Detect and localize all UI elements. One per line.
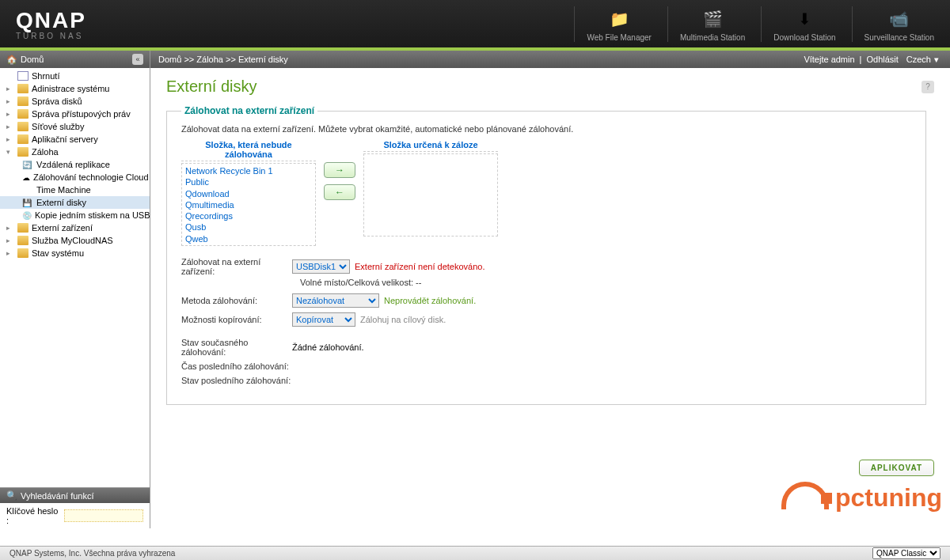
theme-select[interactable]: QNAP Classic [872, 547, 940, 559]
expand-arrow-icon: ▾ [6, 148, 14, 156]
expand-arrow-icon: ▸ [6, 97, 14, 105]
header-shortcut[interactable]: ⬇Download Station [761, 6, 835, 42]
method-label: Metoda zálohování: [181, 296, 292, 305]
item-icon: ☁ [22, 173, 30, 182]
list-item[interactable]: Public [185, 176, 312, 187]
header-shortcut[interactable]: 📁Web File Manager [574, 6, 652, 42]
folder-icon [17, 236, 28, 245]
target-list[interactable] [363, 153, 498, 236]
shortcut-label: Download Station [773, 33, 835, 42]
brand-subtitle: TURBO NAS [16, 32, 86, 40]
item-icon: 💿 [22, 211, 32, 220]
collapse-sidebar-button[interactable]: « [132, 54, 143, 65]
chevron-down-icon: ▾ [934, 55, 939, 65]
expand-arrow-icon: ▸ [6, 85, 14, 93]
page-title: Externí disky [166, 78, 256, 96]
tree-item[interactable]: ▸Správa disků [0, 95, 150, 108]
tree-item[interactable]: ▸Aplikační servery [0, 133, 150, 146]
logout-link[interactable]: Odhlásit [866, 55, 898, 64]
tree-item[interactable]: ▸Služba MyCloudNAS [0, 234, 150, 247]
tree-label: Time Machine [36, 185, 91, 195]
list-item[interactable]: Qmultimedia [185, 199, 312, 210]
tree-subitem[interactable]: 💿Kopie jedním stiskem na USB [0, 209, 150, 221]
apply-button[interactable]: APLIKOVAT [859, 460, 934, 476]
list-item[interactable]: Qdownload [185, 188, 312, 199]
folder-icon [17, 96, 28, 106]
last-state-label: Stav posledního zálohování: [181, 376, 300, 385]
expand-arrow-icon: ▸ [6, 135, 14, 143]
tree-item[interactable]: ▸Stav systému [0, 247, 150, 259]
tree-label: Shrnutí [32, 71, 59, 81]
dest-select[interactable]: USBDisk1 [292, 259, 350, 274]
source-listbox: Složka, která nebude zálohována Network … [181, 140, 316, 246]
dest-subinfo: Volné místo/Celková velikost: -- [300, 278, 911, 287]
tree-item[interactable]: ▸Externí zařízení [0, 221, 150, 234]
folder-icon [17, 147, 28, 157]
folder-icon [17, 223, 28, 233]
list-item[interactable]: Qusb [185, 221, 312, 233]
method-note: Neprovádět zálohování. [384, 296, 476, 305]
list-item[interactable]: Qweb [185, 233, 312, 244]
expand-arrow-icon: ▸ [6, 224, 14, 232]
copy-label: Možnosti kopírování: [181, 315, 292, 324]
tree-label: Správa disků [32, 96, 82, 106]
tree-subitem[interactable]: 🔄Vzdálená replikace [0, 158, 150, 171]
sidebar: 🏠 Domů « Shrnutí▸Adinistrace systému▸Spr… [0, 51, 150, 528]
tree-item[interactable]: Shrnutí [0, 70, 150, 82]
document-icon [17, 71, 28, 81]
content-topbar: Domů >> Záloha >> Externí disky Vítejte … [150, 51, 950, 68]
tree-label: Stav systému [32, 248, 84, 258]
home-label: Domů [21, 55, 44, 64]
language-selector[interactable]: Czech ▾ [903, 55, 942, 65]
arrow-left-icon: ← [335, 187, 344, 198]
folder-icon [17, 84, 28, 93]
tree-item[interactable]: ▸Správa přístupových práv [0, 108, 150, 120]
expand-arrow-icon: ▸ [6, 236, 14, 244]
tree-subitem[interactable]: Time Machine [0, 184, 150, 196]
footer: QNAP Systems, Inc. Všechna práva vyhraze… [0, 546, 950, 560]
expand-arrow-icon: ▸ [6, 123, 14, 131]
nav-tree: Shrnutí▸Adinistrace systému▸Správa disků… [0, 68, 150, 487]
tree-label: Záloha [32, 147, 59, 157]
brand-name: QNAP [16, 8, 86, 33]
tree-label: Adinistrace systému [32, 84, 109, 93]
move-right-button[interactable]: → [324, 162, 355, 178]
folder-icon [17, 122, 28, 131]
expand-arrow-icon: ▸ [6, 110, 14, 118]
move-left-button[interactable]: ← [324, 184, 355, 200]
page-title-row: Externí disky ? [166, 78, 934, 96]
item-icon: 🔄 [22, 161, 33, 169]
sidebar-topbar: 🏠 Domů « [0, 51, 150, 68]
tree-label: Aplikační servery [32, 134, 98, 144]
header-shortcut[interactable]: 🎬Multimedia Station [667, 6, 745, 42]
tree-subitem[interactable]: 💾Externí disky [0, 196, 150, 209]
item-icon: 💾 [22, 199, 33, 207]
status-value: Žádné zálohování. [292, 342, 364, 352]
source-list[interactable]: Network Recycle Bin 1PublicQdownloadQmul… [181, 163, 316, 246]
main-layout: 🏠 Domů « Shrnutí▸Adinistrace systému▸Spr… [0, 51, 950, 528]
language-label: Czech [906, 55, 931, 64]
breadcrumb[interactable]: Domů >> Záloha >> Externí disky [158, 55, 288, 64]
tree-item[interactable]: ▸Adinistrace systému [0, 82, 150, 95]
target-listbox: Složka určená k záloze [363, 140, 498, 236]
method-select[interactable]: Nezálohovat [292, 293, 379, 308]
tree-item[interactable]: ▾Záloha [0, 146, 150, 158]
folder-transfer: Složka, která nebude zálohována Network … [181, 140, 911, 246]
brand-logo: QNAP TURBO NAS [16, 8, 86, 40]
list-item[interactable]: Qrecordings [185, 210, 312, 221]
help-icon[interactable]: ? [922, 81, 934, 93]
list-item[interactable]: Network Recycle Bin 1 [185, 165, 312, 176]
copy-select[interactable]: Kopírovat [292, 312, 355, 327]
home-link[interactable]: 🏠 Domů [6, 55, 44, 65]
search-input[interactable] [64, 509, 143, 522]
content-area: Domů >> Záloha >> Externí disky Vítejte … [150, 51, 950, 528]
tree-item[interactable]: ▸Síťové služby [0, 120, 150, 133]
tree-subitem[interactable]: ☁Zálohování technologie Cloud [0, 171, 150, 184]
header-shortcut[interactable]: 📹Surveillance Station [852, 6, 934, 42]
shortcut-icon: ⬇ [792, 6, 817, 32]
app-header: QNAP TURBO NAS 📁Web File Manager🎬Multime… [0, 0, 950, 47]
tree-label: Služba MyCloudNAS [32, 236, 113, 245]
search-label: Klíčové heslo : [6, 506, 61, 525]
shortcut-icon: 🎬 [700, 6, 725, 32]
copyright: QNAP Systems, Inc. Všechna práva vyhraze… [10, 549, 175, 558]
